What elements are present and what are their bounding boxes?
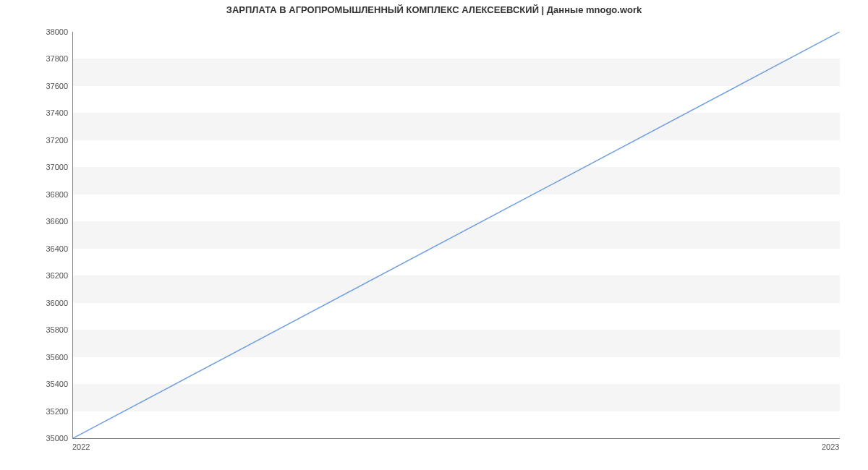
y-tick-label: 36000 — [3, 299, 68, 307]
chart-svg — [73, 32, 840, 438]
chart-container: ЗАРПЛАТА В АГРОПРОМЫШЛЕННЫЙ КОМПЛЕКС АЛЕ… — [0, 0, 868, 470]
y-tick-label: 35800 — [3, 325, 68, 334]
y-tick-label: 35600 — [3, 353, 68, 362]
y-tick-label: 37600 — [3, 82, 68, 90]
y-tick-label: 37400 — [3, 108, 68, 117]
y-tick-label: 37800 — [3, 54, 68, 63]
chart-title: ЗАРПЛАТА В АГРОПРОМЫШЛЕННЫЙ КОМПЛЕКС АЛЕ… — [0, 4, 868, 15]
plot-area — [72, 32, 840, 439]
y-tick-label: 36800 — [3, 190, 68, 199]
y-tick-label: 36200 — [3, 271, 68, 280]
y-tick-label: 38000 — [3, 27, 68, 36]
y-tick-label: 35200 — [3, 407, 68, 416]
y-tick-label: 36600 — [3, 217, 68, 226]
series-line — [73, 32, 840, 438]
x-tick-label: 2023 — [822, 443, 839, 451]
x-tick-label: 2022 — [72, 443, 90, 451]
y-tick-label: 35000 — [3, 434, 68, 443]
y-tick-label: 36400 — [3, 244, 68, 253]
y-tick-label: 37200 — [3, 136, 68, 145]
y-tick-label: 35400 — [3, 380, 68, 388]
y-tick-label: 37000 — [3, 163, 68, 171]
